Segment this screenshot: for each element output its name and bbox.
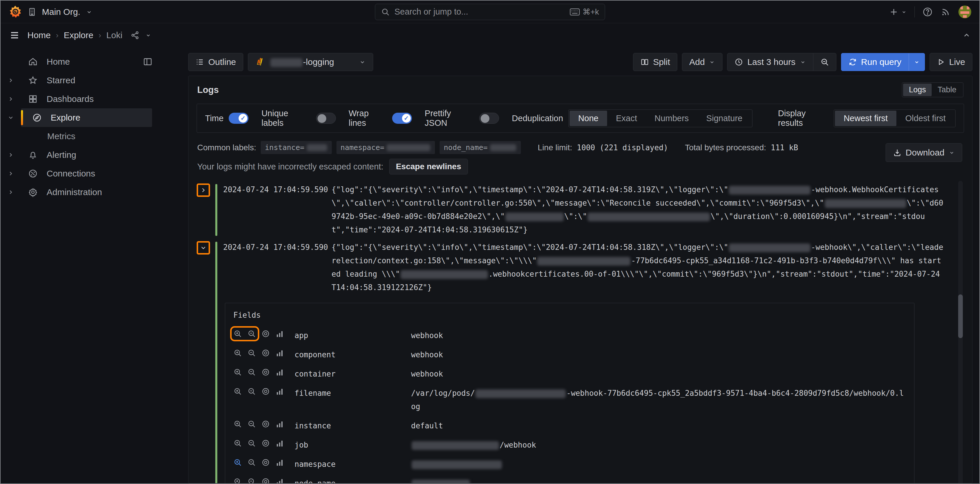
dedup-signature[interactable]: Signature <box>697 111 751 126</box>
sidebar-item-alerting[interactable]: Alerting <box>1 146 175 164</box>
chevron-down-icon[interactable] <box>145 32 151 38</box>
filter-for-value-icon-active[interactable] <box>233 458 242 467</box>
sort-newest-first[interactable]: Newest first <box>835 111 896 126</box>
filter-for-value-icon[interactable] <box>233 329 242 338</box>
toggle-field-visibility-icon[interactable] <box>261 387 270 396</box>
live-button[interactable]: Live <box>930 53 972 71</box>
toggle-field-visibility-icon[interactable] <box>261 349 270 357</box>
grafana-logo[interactable] <box>9 5 22 19</box>
field-value <box>411 477 906 483</box>
escape-newlines-button[interactable]: Escape newlines <box>389 159 468 175</box>
sidebar-item-metrics[interactable]: Metrics <box>1 127 175 146</box>
filter-out-value-icon[interactable] <box>247 387 256 396</box>
filter-out-value-icon[interactable] <box>247 368 256 376</box>
filter-for-value-icon[interactable] <box>233 439 242 448</box>
time-toggle[interactable] <box>229 113 248 124</box>
redacted-text <box>476 389 566 398</box>
field-stats-icon[interactable] <box>275 368 284 376</box>
sidebar-item-administration[interactable]: Administration <box>1 183 175 202</box>
zoom-out-time-button[interactable] <box>813 53 836 71</box>
breadcrumb: Home › Explore › Loki <box>27 30 151 40</box>
field-stats-icon[interactable] <box>275 349 284 357</box>
expand-log-row-icon[interactable] <box>197 184 210 197</box>
collapse-chrome-icon[interactable] <box>963 31 970 39</box>
org-switcher-label[interactable]: Main Org. <box>42 7 80 17</box>
download-button[interactable]: Download <box>886 143 962 162</box>
sidebar-item-explore[interactable]: Explore <box>1 108 175 127</box>
filter-out-value-icon[interactable] <box>247 329 256 338</box>
dock-sidebar-icon[interactable] <box>143 57 153 67</box>
field-stats-icon[interactable] <box>275 329 284 338</box>
help-icon[interactable] <box>922 7 933 17</box>
breadcrumb-home[interactable]: Home <box>27 30 51 40</box>
chevron-right-icon[interactable] <box>1 152 21 158</box>
filter-out-value-icon[interactable] <box>247 349 256 357</box>
logs-panel: Logs Logs Table Time Unique labels Wrap … <box>188 76 972 483</box>
redacted-text <box>729 186 810 195</box>
view-toggle-logs[interactable]: Logs <box>903 84 932 96</box>
filter-for-value-icon[interactable] <box>233 368 242 376</box>
field-stats-icon[interactable] <box>275 439 284 448</box>
toggle-field-visibility-icon[interactable] <box>261 439 270 448</box>
user-avatar[interactable] <box>958 6 971 18</box>
filter-out-value-icon[interactable] <box>247 420 256 428</box>
field-row-namespace: namespace <box>233 455 906 474</box>
field-stats-icon[interactable] <box>275 420 284 428</box>
filter-out-value-icon[interactable] <box>247 477 256 483</box>
run-query-dropdown[interactable] <box>908 53 925 71</box>
toggle-field-visibility-icon[interactable] <box>261 477 270 483</box>
filter-out-value-icon[interactable] <box>247 458 256 467</box>
toggle-field-visibility-icon[interactable] <box>261 420 270 428</box>
unique-labels-toggle[interactable] <box>316 113 336 124</box>
datasource-picker[interactable]: -logging <box>248 53 373 71</box>
field-stats-icon[interactable] <box>275 387 284 396</box>
dedup-numbers[interactable]: Numbers <box>646 111 698 126</box>
filter-for-value-icon[interactable] <box>233 477 242 483</box>
collapse-log-row-icon[interactable] <box>197 241 210 254</box>
sort-oldest-first[interactable]: Oldest first <box>896 111 955 126</box>
menu-icon[interactable] <box>10 30 20 40</box>
escape-hint-row: Your logs might have incorrectly escaped… <box>197 159 876 175</box>
split-button[interactable]: Split <box>633 53 677 71</box>
toggle-field-visibility-icon[interactable] <box>261 368 270 376</box>
field-stats-icon[interactable] <box>275 458 284 467</box>
share-icon[interactable] <box>130 30 140 40</box>
log-level-indicator <box>215 184 217 236</box>
global-search-input[interactable]: Search or jump to... ⌘+k <box>375 4 605 20</box>
scrollbar-thumb[interactable] <box>958 294 963 338</box>
line-limit-value: 1000 (221 displayed) <box>577 143 668 152</box>
breadcrumb-loki[interactable]: Loki <box>107 30 123 40</box>
field-stats-icon[interactable] <box>275 477 284 483</box>
sidebar-item-starred[interactable]: Starred <box>1 71 175 90</box>
filter-out-value-icon[interactable] <box>247 439 256 448</box>
add-button[interactable]: Add <box>682 53 722 71</box>
sidebar-item-home[interactable]: Home <box>1 52 175 71</box>
chevron-right-icon[interactable] <box>1 170 21 177</box>
chevron-down-icon[interactable] <box>86 8 93 16</box>
filter-for-value-icon[interactable] <box>233 349 242 357</box>
wrap-lines-toggle[interactable] <box>392 113 412 124</box>
chevron-right-icon[interactable] <box>1 96 21 102</box>
chevron-right-icon[interactable] <box>1 77 21 84</box>
toggle-field-visibility-icon[interactable] <box>261 458 270 467</box>
field-row-filename: filename /var/log/pods/-webhook-77b6dc64… <box>233 384 906 416</box>
prettify-json-toggle[interactable] <box>479 113 499 124</box>
filter-for-value-icon[interactable] <box>233 387 242 396</box>
time-range-picker[interactable]: Last 3 hours <box>727 53 813 71</box>
chevron-down-icon[interactable] <box>1 114 21 121</box>
chevron-right-icon[interactable] <box>1 189 21 195</box>
add-new-button[interactable] <box>889 8 907 16</box>
outline-button[interactable]: Outline <box>188 53 243 71</box>
dedup-exact[interactable]: Exact <box>607 111 646 126</box>
toggle-field-visibility-icon[interactable] <box>261 329 270 338</box>
sidebar-item-dashboards[interactable]: Dashboards <box>1 90 175 108</box>
dedup-none[interactable]: None <box>570 111 607 126</box>
run-query-button[interactable]: Run query <box>841 53 908 71</box>
filter-for-value-icon[interactable] <box>233 420 242 428</box>
field-name: instance <box>294 419 411 432</box>
view-toggle-table[interactable]: Table <box>932 84 962 96</box>
news-rss-icon[interactable] <box>940 7 951 17</box>
total-bytes-value: 111 kB <box>771 143 798 152</box>
sidebar-item-connections[interactable]: Connections <box>1 164 175 183</box>
breadcrumb-explore[interactable]: Explore <box>64 30 94 40</box>
